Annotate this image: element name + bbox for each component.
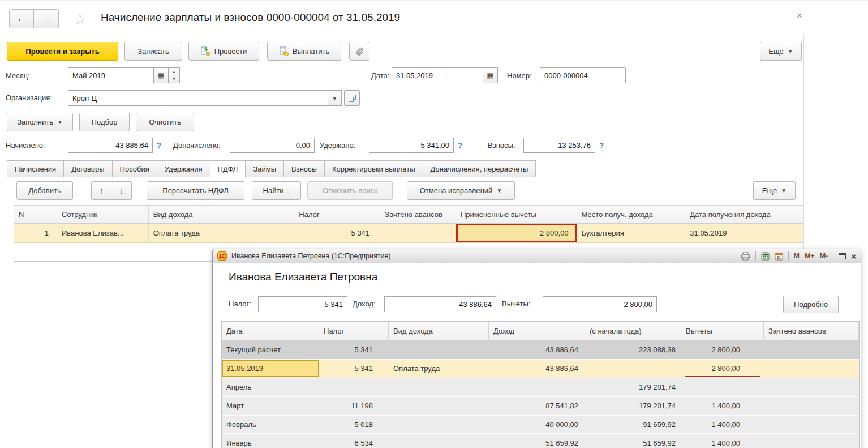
number-input[interactable]: 0000-000004 [540, 67, 626, 83]
clear-button[interactable]: Очистить [136, 113, 194, 131]
accrued-input[interactable]: 43 886,64 [68, 138, 153, 153]
post-button[interactable]: Провести [188, 42, 259, 61]
organization-open-button[interactable] [344, 90, 360, 106]
cell-place: Бухгалтерия [577, 224, 686, 242]
tax-input[interactable]: 5 341 [258, 296, 347, 312]
withheld-help-link[interactable]: ? [458, 141, 462, 150]
history-row-current[interactable]: Текущий расчет 5 341 43 886,64 223 088,3… [222, 341, 859, 360]
spinner-up-icon: ▲ [169, 68, 179, 75]
contributions-input[interactable]: 13 253,76 [523, 138, 595, 153]
accrued-help-link[interactable]: ? [157, 141, 161, 150]
maximize-button[interactable] [839, 253, 846, 259]
month-calendar-button[interactable]: ▦ [154, 67, 169, 83]
income-input[interactable]: 43 886,64 [384, 296, 496, 312]
back-arrow-icon: ← [17, 13, 27, 24]
cell-income-type [389, 378, 489, 396]
table-row[interactable]: 1 Иванова Елизав... Оплата труда 5 341 2… [14, 224, 803, 243]
memory-subtract-button[interactable]: M- [820, 252, 828, 260]
cell-deductions-highlighted[interactable]: 2 800,00 [456, 224, 577, 242]
month-spinner[interactable]: ▲▼ [169, 67, 180, 83]
contributions-help-link[interactable]: ? [599, 141, 604, 150]
nav-back-button[interactable]: ← [9, 9, 34, 28]
tab-ndfl[interactable]: НДФЛ [210, 160, 246, 178]
fill-button[interactable]: Заполнить▼ [7, 113, 73, 131]
col-header-income-type: Вид дохода [149, 206, 295, 223]
employee-detail-window: 1С Иванова Елизавета Петровна (1С:Предпр… [212, 249, 861, 448]
find-button[interactable]: Найти... [252, 181, 301, 200]
month-input[interactable]: Май 2019 [68, 67, 154, 83]
additional-input[interactable]: 0,00 [230, 138, 315, 153]
cell-income-date: 31.05.2019 [685, 224, 803, 242]
cell-income [489, 378, 585, 396]
cell-date: Январь [222, 434, 319, 448]
attachments-button[interactable] [349, 42, 369, 61]
tab-donachisleniya[interactable]: Доначисления, перерасчеты [423, 160, 536, 177]
col-header-employee: Сотрудник [57, 206, 149, 223]
col-header-ytd: (с начала года) [585, 322, 681, 340]
ndfl-table: N Сотрудник Вид дохода Налог Зачтено ава… [14, 205, 803, 243]
cell-income: 43 886,64 [489, 360, 585, 377]
tab-posobiya[interactable]: Пособия [112, 160, 157, 177]
table-header-row: N Сотрудник Вид дохода Налог Зачтено ава… [14, 205, 803, 224]
popup-close-button[interactable]: × [851, 251, 856, 261]
organization-dropdown-button[interactable]: ▼ [328, 90, 342, 106]
undo-corrections-button[interactable]: Отмена исправлений▼ [407, 181, 515, 200]
details-button[interactable]: Подробно [783, 296, 839, 313]
print-button[interactable] [741, 252, 750, 261]
grid-toolbar: Добавить ↑ ↓ Пересчитать НДФЛ Найти... О… [14, 181, 803, 200]
main-toolbar: Провести и закрыть Записать Провести Вып… [0, 42, 868, 61]
pay-button[interactable]: Выплатить [267, 42, 341, 61]
tab-vznosy[interactable]: Взносы [283, 160, 325, 177]
date-calendar-button[interactable]: ▦ [483, 67, 498, 83]
tab-dogovory[interactable]: Договоры [63, 160, 112, 177]
tab-nachisleniya[interactable]: Начисления [7, 160, 64, 177]
popup-titlebar[interactable]: 1С Иванова Елизавета Петровна (1С:Предпр… [213, 249, 861, 263]
deductions-input[interactable]: 2 800,00 [543, 296, 657, 312]
memory-add-button[interactable]: M+ [805, 252, 815, 260]
calendar-icon: ▦ [157, 71, 164, 80]
organization-input[interactable]: Крон-Ц [68, 90, 328, 106]
recalc-ndfl-button[interactable]: Пересчитать НДФЛ [147, 181, 244, 200]
cell-deductions: 1 400,00 [681, 397, 764, 415]
tab-zaymy[interactable]: Займы [245, 160, 284, 177]
pick-button[interactable]: Подбор [79, 113, 130, 131]
cell-advance [764, 360, 859, 377]
cancel-search-button[interactable]: Отменить поиск [307, 181, 393, 200]
history-row-selected[interactable]: 31.05.2019 5 341 Оплата труда 43 886,64 … [222, 360, 859, 378]
cell-income-type: Оплата труда [389, 360, 489, 377]
number-label: Номер: [507, 71, 532, 80]
add-row-button[interactable]: Добавить [16, 181, 73, 200]
calculator-button[interactable] [761, 252, 770, 261]
tab-uderzhaniya[interactable]: Удержания [157, 160, 210, 177]
cell-date-focused[interactable]: 31.05.2019 [222, 360, 319, 377]
post-and-close-button[interactable]: Провести и закрыть [7, 42, 118, 61]
memory-recall-button[interactable]: M [794, 252, 800, 260]
income-label: Доход: [353, 300, 376, 308]
nav-forward-button[interactable]: → [34, 9, 59, 28]
cell-deductions: 1 400,00 [681, 416, 764, 433]
more-button[interactable]: Еще▼ [760, 42, 802, 61]
col-header-tax: Налог [294, 206, 380, 223]
date-input[interactable]: 31.05.2019 [392, 67, 483, 83]
tab-korrektirovki[interactable]: Корректировки выплаты [324, 160, 423, 177]
paperclip-icon [355, 47, 364, 56]
cell-employee: Иванова Елизав... [57, 224, 149, 242]
history-row-march[interactable]: Март 11 198 87 541,82 179 201,74 1 400,0… [222, 397, 859, 416]
grid-more-button[interactable]: Еще▼ [753, 181, 796, 200]
form-close-button[interactable]: × [797, 10, 802, 22]
history-row-february[interactable]: Февраль 5 018 40 000,00 91 659,92 1 400,… [222, 416, 859, 434]
move-down-button[interactable]: ↓ [111, 181, 132, 200]
open-link-icon [348, 94, 356, 103]
move-up-button[interactable]: ↑ [91, 181, 111, 200]
withheld-input[interactable]: 5 341,00 [369, 138, 454, 153]
favorite-star-icon[interactable]: ☆ [74, 11, 86, 27]
save-button[interactable]: Записать [124, 42, 182, 61]
cell-ytd: 91 659,92 [585, 416, 681, 433]
cell-income-type: Оплата труда [149, 224, 295, 242]
month-label: Месяц: [6, 71, 30, 80]
history-row-april[interactable]: Апрель 179 201,74 [222, 378, 859, 397]
history-row-january[interactable]: Январь 6 534 51 659,92 51 659,92 1 400,0… [222, 434, 859, 448]
calendar-button[interactable]: 31 [775, 252, 783, 261]
contributions-label: Взносы: [488, 141, 515, 150]
cell-income-type [389, 397, 489, 415]
